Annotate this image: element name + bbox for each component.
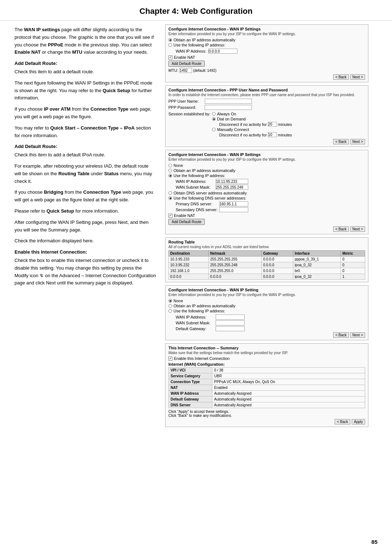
panel4-gw-label: Default Gateway: xyxy=(176,327,216,331)
panel5-title: This Internet Connection -- Summary xyxy=(168,346,365,350)
ppp-pass-input[interactable] xyxy=(205,105,252,110)
disconnect-unit-1: minutes xyxy=(278,122,292,127)
table-row: 0.0.0.0 0.0.0.0 0.0.0.0 ipoa_0_32 1 xyxy=(169,274,365,280)
secondary-dns-input[interactable] xyxy=(219,207,248,212)
panel4-gw-input[interactable] xyxy=(216,326,245,331)
panel3-enable-nat-label: Enable NAT xyxy=(174,213,195,218)
routing-table-title: Routing Table xyxy=(168,240,365,244)
heading-enable: Enable this Internet Connection: xyxy=(15,249,156,256)
ppp-pass-label: PPP Password: xyxy=(168,105,205,110)
paragraph-5: For example, after rebooting your wirele… xyxy=(15,163,156,185)
session-label: Session established by: xyxy=(168,112,212,116)
mtu-label-1: MTU: xyxy=(168,68,178,73)
primary-dns-input[interactable] xyxy=(219,201,248,206)
col-netmask: Netmask xyxy=(209,251,262,257)
paragraph-2: The next figure following the WAN IP Set… xyxy=(15,79,156,102)
panel4-wan-ip-input[interactable] xyxy=(216,315,245,320)
panel4-obtain-auto-radio[interactable] xyxy=(168,304,172,308)
radio-obtain-auto[interactable]: Obtain an IP address automatically xyxy=(168,38,365,42)
radio-obtain-auto-label: Obtain an IP address automatically xyxy=(173,38,235,42)
session-always-on-radio[interactable] xyxy=(212,112,216,116)
routing-table-panel: Routing Table All of current routing rul… xyxy=(165,237,368,282)
panel2-btn-row: < Back Next > xyxy=(168,139,365,144)
summary-row: Default Gateway Automatically Assigned xyxy=(169,397,365,402)
panel3-wan-ip-input[interactable] xyxy=(216,179,248,184)
panel4-none-radio[interactable] xyxy=(168,299,172,303)
panel3-btn-row: < Back Next > xyxy=(168,226,365,232)
session-manually-radio[interactable] xyxy=(212,128,216,131)
panel3-obtain-auto-radio[interactable] xyxy=(168,169,172,172)
radio-use-following[interactable]: Use the following IP address: xyxy=(168,43,365,47)
para-add-default-1: Check this item to add a default route. xyxy=(15,68,156,76)
panel3-back-btn[interactable]: < Back xyxy=(333,226,349,232)
enable-connection-checkbox[interactable] xyxy=(168,357,172,361)
panel-summary: This Internet Connection -- Summary Make… xyxy=(165,343,368,427)
panel3-enable-nat[interactable] xyxy=(168,214,172,218)
enable-nat-label-1: Enable NAT xyxy=(174,55,195,59)
panel1-next-btn[interactable]: Next > xyxy=(350,74,365,80)
mtu-default-1: (default: 1492) xyxy=(193,69,217,73)
panel1-subtitle: Enter information provided to you by you… xyxy=(168,32,365,36)
table-row: 10.3.95.232 255.255.255.248 0.0.0.0 ipoa… xyxy=(169,262,365,268)
panel4-back-btn[interactable]: < Back xyxy=(333,332,349,338)
panel3-subtitle: Enter information provided to you by you… xyxy=(168,157,365,161)
panel4-title: Configure Internet Connection - WAN IP S… xyxy=(168,288,365,292)
disconnect-input-1[interactable] xyxy=(268,122,277,127)
panel4-subnet-input[interactable] xyxy=(216,320,245,325)
panel4-use-following-label: Use the following IP address: xyxy=(173,309,225,313)
radio-use-following-label: Use the following IP address: xyxy=(173,43,225,47)
disconnect-input-2[interactable] xyxy=(268,132,277,137)
panel3-obtain-auto-label: Obtain an IP address automatically xyxy=(173,168,235,173)
disconnect-label-1: Disconnect if no activity for xyxy=(219,122,267,127)
panel4-btn-row: < Back Next > xyxy=(168,332,365,338)
panel1-back-btn[interactable]: < Back xyxy=(333,74,349,80)
para-enable: Check the box to enable this internet co… xyxy=(15,257,156,287)
radio-use-following-circle[interactable] xyxy=(168,43,172,47)
panel1-btn-row: < Back Next > xyxy=(168,74,365,80)
panel4-use-following-radio[interactable] xyxy=(168,309,172,313)
panel5-back-btn[interactable]: < Back xyxy=(335,419,350,424)
panel3-subnet-label: WAN Subnet Mask: xyxy=(176,185,216,189)
routing-table-subtitle: All of current routing rules in your ADS… xyxy=(168,245,365,249)
panel3-add-default-btn[interactable]: Add Default Route xyxy=(168,219,205,225)
summary-row: Service Category UBR xyxy=(169,373,365,379)
panel2-next-btn[interactable]: Next > xyxy=(350,139,365,144)
panel3-use-following-label: Use the following IP address: xyxy=(173,173,225,178)
panel3-obtain-dns-radio[interactable] xyxy=(168,191,172,195)
panel5-apply-btn[interactable]: Apply xyxy=(352,419,365,424)
paragraph-1: The WAN IP settings page will differ sli… xyxy=(15,26,156,56)
panel3-next-btn[interactable]: Next > xyxy=(350,226,365,232)
table-row: 10.3.95.233 255.255.255.255 0.0.0.0 pppo… xyxy=(169,257,365,262)
panel5-subtitle: Make sure that the settings below match … xyxy=(168,351,365,355)
disconnect-label-2: Disconnect if no activity for xyxy=(219,133,267,137)
summary-row: DNS Server Automatically Assigned xyxy=(169,402,365,408)
panel4-wan-ip-label: WAN IP Address: xyxy=(176,315,216,319)
panel2-title: Configure Internet Connection - PPP User… xyxy=(168,88,365,92)
wan-ip-input-1[interactable] xyxy=(208,49,237,54)
enable-nat-checkbox-1[interactable] xyxy=(168,56,172,59)
disconnect-unit-2: minutes xyxy=(278,133,292,137)
panel3-use-dns-radio[interactable] xyxy=(168,196,172,200)
panel3-none-radio[interactable] xyxy=(168,164,172,167)
add-default-btn-1[interactable]: Add Default Route xyxy=(168,61,205,67)
summary-table-heading: Internet (WAN) Configuration: xyxy=(168,362,365,366)
table-row: 192.168.1.0 255.255.255.0 0.0.0.0 br0 0 xyxy=(169,268,365,274)
panel3-subnet-input[interactable] xyxy=(216,185,248,190)
panel4-next-btn[interactable]: Next > xyxy=(350,332,365,338)
summary-row: NAT Enabled xyxy=(169,385,365,391)
ppp-user-input[interactable] xyxy=(205,99,252,104)
col-gateway: Gateway xyxy=(261,251,293,257)
radio-obtain-auto-circle[interactable] xyxy=(168,38,172,42)
chapter-title: Chapter 4: Web Configuration xyxy=(0,0,392,21)
panel3-none-label: None xyxy=(173,163,183,168)
paragraph-7: Please refer to Quick Setup for more inf… xyxy=(15,208,156,215)
panel2-back-btn[interactable]: < Back xyxy=(333,139,349,144)
primary-dns-label: Primary DNS server: xyxy=(176,202,219,206)
paragraph-6: If you choose Bridging from the Connecti… xyxy=(15,189,156,204)
panel3-obtain-dns-label: Obtain DNS server address automatically xyxy=(173,191,247,195)
enable-connection-label: Enable this Internet Connection xyxy=(174,356,230,361)
panel3-use-following-radio[interactable] xyxy=(168,174,172,177)
page-number: 85 xyxy=(371,539,377,545)
session-dial-demand-radio[interactable] xyxy=(212,117,216,121)
mtu-input-1[interactable] xyxy=(179,68,192,73)
